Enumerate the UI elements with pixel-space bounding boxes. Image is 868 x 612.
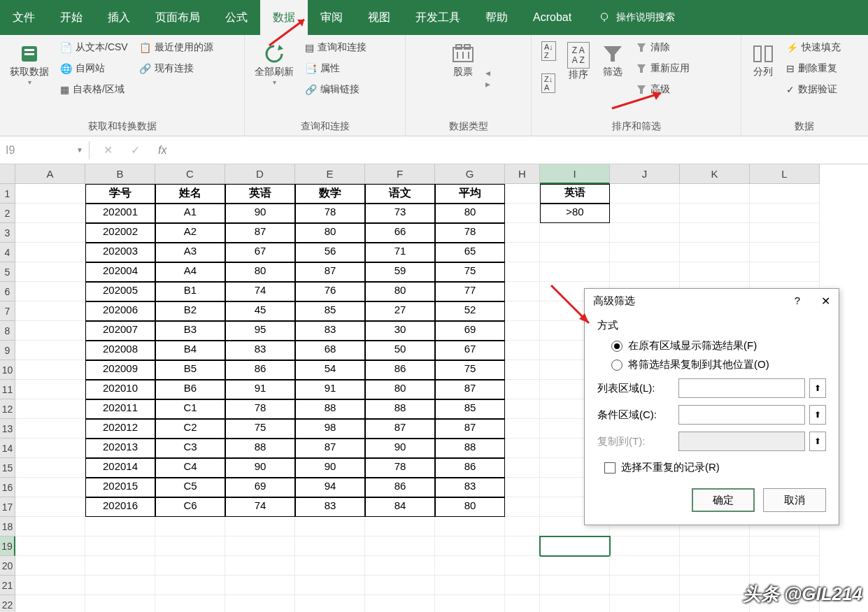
cell[interactable]: 50: [365, 341, 435, 360]
row-header[interactable]: 12: [0, 399, 15, 419]
radio-copy-to[interactable]: 将筛选结果复制到其他位置(O): [611, 358, 826, 371]
cell[interactable]: B2: [155, 301, 225, 321]
cell[interactable]: 英语: [225, 184, 295, 204]
cell[interactable]: [15, 301, 85, 321]
cell[interactable]: [505, 262, 540, 282]
properties-button[interactable]: 📑属性: [302, 60, 369, 77]
cell[interactable]: [505, 184, 540, 204]
cell[interactable]: [15, 360, 85, 380]
cell[interactable]: [505, 341, 540, 360]
cell[interactable]: [85, 517, 155, 536]
cell[interactable]: [15, 262, 85, 282]
flash-fill-button[interactable]: ⚡快速填充: [783, 39, 844, 56]
cell[interactable]: [365, 536, 435, 556]
cell[interactable]: 202008: [85, 341, 155, 360]
range-picker-icon[interactable]: ⬆: [809, 405, 826, 425]
cell[interactable]: [295, 556, 365, 576]
cell[interactable]: 59: [365, 262, 435, 282]
row-header[interactable]: 20: [0, 556, 15, 576]
cell[interactable]: 学号: [85, 184, 155, 204]
list-range-input[interactable]: [678, 378, 805, 398]
from-web-button[interactable]: 🌐自网站: [57, 60, 131, 77]
cell[interactable]: 54: [295, 360, 365, 380]
cell[interactable]: 66: [365, 223, 435, 243]
cell[interactable]: [610, 536, 680, 556]
cell[interactable]: [505, 556, 540, 576]
column-header[interactable]: J: [610, 164, 680, 184]
reapply-button[interactable]: 重新应用: [633, 60, 692, 77]
tab-review[interactable]: 审阅: [308, 0, 355, 35]
row-header[interactable]: 6: [0, 282, 15, 301]
tell-me-search[interactable]: 操作说明搜索: [598, 11, 675, 24]
cell[interactable]: 83: [295, 321, 365, 341]
cell[interactable]: [435, 576, 505, 595]
advanced-filter-button[interactable]: 高级: [633, 81, 692, 98]
cell[interactable]: 202010: [85, 380, 155, 399]
cell[interactable]: [15, 497, 85, 517]
cell[interactable]: [750, 556, 820, 576]
cell[interactable]: 80: [435, 497, 505, 517]
cell[interactable]: [85, 536, 155, 556]
cell[interactable]: 202001: [85, 204, 155, 223]
cell[interactable]: [680, 536, 750, 556]
cell[interactable]: 78: [225, 399, 295, 419]
existing-conn-button[interactable]: 🔗现有连接: [136, 60, 216, 77]
cell[interactable]: [225, 517, 295, 536]
cell[interactable]: [15, 595, 85, 612]
row-header[interactable]: 18: [0, 517, 15, 536]
cell[interactable]: 65: [435, 243, 505, 262]
cell[interactable]: [15, 184, 85, 204]
cell[interactable]: 83: [225, 341, 295, 360]
queries-connections-button[interactable]: ▤查询和连接: [302, 39, 369, 56]
cell[interactable]: [505, 282, 540, 301]
cell[interactable]: [85, 556, 155, 576]
cell[interactable]: 87: [295, 262, 365, 282]
cell[interactable]: [505, 399, 540, 419]
sort-button[interactable]: Z AA Z 排序: [564, 39, 592, 84]
cell[interactable]: [505, 478, 540, 497]
cell[interactable]: 67: [225, 243, 295, 262]
cell[interactable]: [15, 243, 85, 262]
cell[interactable]: [540, 576, 610, 595]
cell[interactable]: [680, 204, 750, 223]
row-header[interactable]: 11: [0, 380, 15, 399]
cell[interactable]: 94: [295, 478, 365, 497]
filter-button[interactable]: 筛选: [598, 39, 627, 81]
cell[interactable]: 英语: [540, 184, 610, 204]
column-header[interactable]: L: [750, 164, 820, 184]
column-header[interactable]: H: [505, 164, 540, 184]
cell[interactable]: 83: [435, 478, 505, 497]
cell[interactable]: [15, 282, 85, 301]
cell[interactable]: [610, 576, 680, 595]
cell[interactable]: 202015: [85, 478, 155, 497]
cell[interactable]: [15, 576, 85, 595]
column-header[interactable]: B: [85, 164, 155, 184]
cell[interactable]: 姓名: [155, 184, 225, 204]
cell[interactable]: [15, 556, 85, 576]
cell[interactable]: 86: [365, 478, 435, 497]
cell[interactable]: 85: [435, 399, 505, 419]
cell[interactable]: [505, 536, 540, 556]
cell[interactable]: [610, 262, 680, 282]
row-header[interactable]: 15: [0, 458, 15, 478]
cell[interactable]: 202004: [85, 262, 155, 282]
cell[interactable]: [85, 576, 155, 595]
name-box[interactable]: I9 ▼: [0, 141, 90, 159]
cell[interactable]: [505, 595, 540, 612]
fx-icon[interactable]: fx: [158, 144, 166, 157]
cell[interactable]: 90: [225, 204, 295, 223]
cell[interactable]: [610, 204, 680, 223]
cell[interactable]: [505, 497, 540, 517]
recent-sources-button[interactable]: 📋最近使用的源: [136, 39, 216, 56]
cell[interactable]: 69: [435, 321, 505, 341]
text-to-columns-button[interactable]: 分列: [748, 39, 778, 81]
cell[interactable]: [750, 184, 820, 204]
row-header[interactable]: 22: [0, 595, 15, 612]
cell[interactable]: [295, 595, 365, 612]
cell[interactable]: 90: [365, 439, 435, 458]
cell[interactable]: [505, 360, 540, 380]
refresh-all-button[interactable]: 全部刷新 ▾: [252, 39, 297, 89]
cell[interactable]: 202005: [85, 282, 155, 301]
cell[interactable]: 90: [295, 458, 365, 478]
cell[interactable]: [680, 595, 750, 612]
